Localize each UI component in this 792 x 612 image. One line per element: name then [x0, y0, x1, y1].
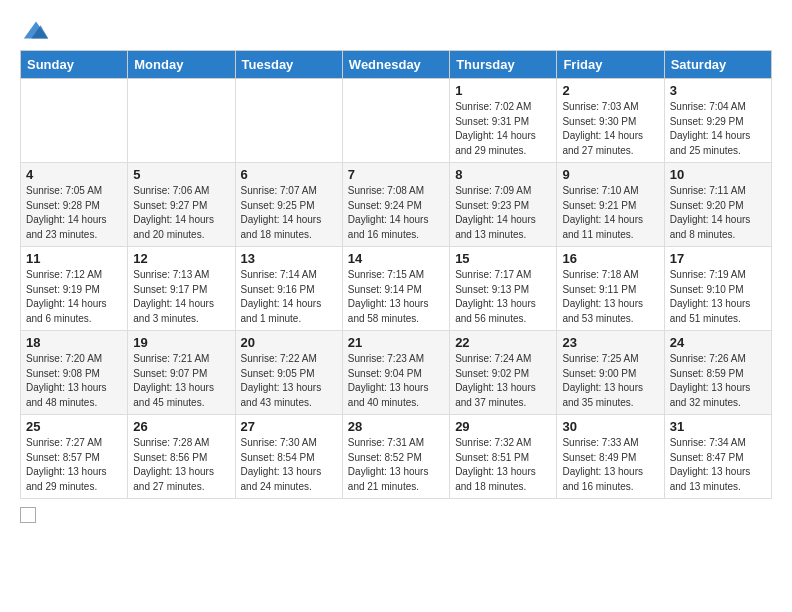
- calendar-cell: 26Sunrise: 7:28 AMSunset: 8:56 PMDayligh…: [128, 415, 235, 499]
- weekday-header-friday: Friday: [557, 51, 664, 79]
- day-number: 25: [26, 419, 122, 434]
- day-info: Sunrise: 7:07 AMSunset: 9:25 PMDaylight:…: [241, 184, 337, 242]
- day-info: Sunrise: 7:33 AMSunset: 8:49 PMDaylight:…: [562, 436, 658, 494]
- day-info: Sunrise: 7:32 AMSunset: 8:51 PMDaylight:…: [455, 436, 551, 494]
- day-info: Sunrise: 7:15 AMSunset: 9:14 PMDaylight:…: [348, 268, 444, 326]
- logo: [20, 16, 50, 40]
- weekday-header-sunday: Sunday: [21, 51, 128, 79]
- day-info: Sunrise: 7:12 AMSunset: 9:19 PMDaylight:…: [26, 268, 122, 326]
- day-info: Sunrise: 7:31 AMSunset: 8:52 PMDaylight:…: [348, 436, 444, 494]
- calendar-week-row: 25Sunrise: 7:27 AMSunset: 8:57 PMDayligh…: [21, 415, 772, 499]
- day-info: Sunrise: 7:20 AMSunset: 9:08 PMDaylight:…: [26, 352, 122, 410]
- calendar-cell: 5Sunrise: 7:06 AMSunset: 9:27 PMDaylight…: [128, 163, 235, 247]
- day-number: 20: [241, 335, 337, 350]
- page: SundayMondayTuesdayWednesdayThursdayFrid…: [0, 0, 792, 535]
- calendar-cell: 28Sunrise: 7:31 AMSunset: 8:52 PMDayligh…: [342, 415, 449, 499]
- day-number: 3: [670, 83, 766, 98]
- day-number: 10: [670, 167, 766, 182]
- day-number: 7: [348, 167, 444, 182]
- calendar-cell: 29Sunrise: 7:32 AMSunset: 8:51 PMDayligh…: [450, 415, 557, 499]
- day-info: Sunrise: 7:17 AMSunset: 9:13 PMDaylight:…: [455, 268, 551, 326]
- day-info: Sunrise: 7:05 AMSunset: 9:28 PMDaylight:…: [26, 184, 122, 242]
- calendar-week-row: 1Sunrise: 7:02 AMSunset: 9:31 PMDaylight…: [21, 79, 772, 163]
- day-number: 27: [241, 419, 337, 434]
- day-number: 26: [133, 419, 229, 434]
- calendar-cell: 15Sunrise: 7:17 AMSunset: 9:13 PMDayligh…: [450, 247, 557, 331]
- calendar-cell: 13Sunrise: 7:14 AMSunset: 9:16 PMDayligh…: [235, 247, 342, 331]
- calendar-cell: 4Sunrise: 7:05 AMSunset: 9:28 PMDaylight…: [21, 163, 128, 247]
- weekday-header-row: SundayMondayTuesdayWednesdayThursdayFrid…: [21, 51, 772, 79]
- day-number: 1: [455, 83, 551, 98]
- calendar-cell: 21Sunrise: 7:23 AMSunset: 9:04 PMDayligh…: [342, 331, 449, 415]
- logo-text-block: [20, 16, 50, 40]
- calendar-cell: 3Sunrise: 7:04 AMSunset: 9:29 PMDaylight…: [664, 79, 771, 163]
- daylight-icon: [20, 507, 36, 523]
- calendar-cell: 19Sunrise: 7:21 AMSunset: 9:07 PMDayligh…: [128, 331, 235, 415]
- calendar-week-row: 4Sunrise: 7:05 AMSunset: 9:28 PMDaylight…: [21, 163, 772, 247]
- calendar-cell: 27Sunrise: 7:30 AMSunset: 8:54 PMDayligh…: [235, 415, 342, 499]
- day-number: 18: [26, 335, 122, 350]
- day-number: 12: [133, 251, 229, 266]
- day-number: 5: [133, 167, 229, 182]
- day-number: 23: [562, 335, 658, 350]
- day-info: Sunrise: 7:25 AMSunset: 9:00 PMDaylight:…: [562, 352, 658, 410]
- day-info: Sunrise: 7:02 AMSunset: 9:31 PMDaylight:…: [455, 100, 551, 158]
- calendar-cell: 31Sunrise: 7:34 AMSunset: 8:47 PMDayligh…: [664, 415, 771, 499]
- calendar-table: SundayMondayTuesdayWednesdayThursdayFrid…: [20, 50, 772, 499]
- header: [20, 16, 772, 40]
- weekday-header-thursday: Thursday: [450, 51, 557, 79]
- day-number: 4: [26, 167, 122, 182]
- day-number: 17: [670, 251, 766, 266]
- day-info: Sunrise: 7:10 AMSunset: 9:21 PMDaylight:…: [562, 184, 658, 242]
- calendar-cell: [128, 79, 235, 163]
- day-number: 9: [562, 167, 658, 182]
- calendar-cell: 12Sunrise: 7:13 AMSunset: 9:17 PMDayligh…: [128, 247, 235, 331]
- day-info: Sunrise: 7:23 AMSunset: 9:04 PMDaylight:…: [348, 352, 444, 410]
- day-info: Sunrise: 7:04 AMSunset: 9:29 PMDaylight:…: [670, 100, 766, 158]
- calendar-cell: 16Sunrise: 7:18 AMSunset: 9:11 PMDayligh…: [557, 247, 664, 331]
- day-info: Sunrise: 7:26 AMSunset: 8:59 PMDaylight:…: [670, 352, 766, 410]
- calendar-cell: 22Sunrise: 7:24 AMSunset: 9:02 PMDayligh…: [450, 331, 557, 415]
- calendar-cell: 23Sunrise: 7:25 AMSunset: 9:00 PMDayligh…: [557, 331, 664, 415]
- weekday-header-tuesday: Tuesday: [235, 51, 342, 79]
- calendar-cell: 18Sunrise: 7:20 AMSunset: 9:08 PMDayligh…: [21, 331, 128, 415]
- day-info: Sunrise: 7:11 AMSunset: 9:20 PMDaylight:…: [670, 184, 766, 242]
- day-info: Sunrise: 7:19 AMSunset: 9:10 PMDaylight:…: [670, 268, 766, 326]
- day-number: 24: [670, 335, 766, 350]
- day-number: 28: [348, 419, 444, 434]
- calendar-cell: 20Sunrise: 7:22 AMSunset: 9:05 PMDayligh…: [235, 331, 342, 415]
- weekday-header-wednesday: Wednesday: [342, 51, 449, 79]
- day-number: 30: [562, 419, 658, 434]
- calendar-cell: [21, 79, 128, 163]
- day-number: 2: [562, 83, 658, 98]
- day-info: Sunrise: 7:03 AMSunset: 9:30 PMDaylight:…: [562, 100, 658, 158]
- day-info: Sunrise: 7:14 AMSunset: 9:16 PMDaylight:…: [241, 268, 337, 326]
- day-number: 15: [455, 251, 551, 266]
- day-info: Sunrise: 7:27 AMSunset: 8:57 PMDaylight:…: [26, 436, 122, 494]
- weekday-header-saturday: Saturday: [664, 51, 771, 79]
- day-number: 16: [562, 251, 658, 266]
- day-info: Sunrise: 7:09 AMSunset: 9:23 PMDaylight:…: [455, 184, 551, 242]
- calendar-cell: [235, 79, 342, 163]
- calendar-cell: 14Sunrise: 7:15 AMSunset: 9:14 PMDayligh…: [342, 247, 449, 331]
- day-info: Sunrise: 7:22 AMSunset: 9:05 PMDaylight:…: [241, 352, 337, 410]
- day-info: Sunrise: 7:30 AMSunset: 8:54 PMDaylight:…: [241, 436, 337, 494]
- day-number: 29: [455, 419, 551, 434]
- calendar-cell: 6Sunrise: 7:07 AMSunset: 9:25 PMDaylight…: [235, 163, 342, 247]
- calendar-cell: 24Sunrise: 7:26 AMSunset: 8:59 PMDayligh…: [664, 331, 771, 415]
- calendar-cell: 17Sunrise: 7:19 AMSunset: 9:10 PMDayligh…: [664, 247, 771, 331]
- day-info: Sunrise: 7:06 AMSunset: 9:27 PMDaylight:…: [133, 184, 229, 242]
- day-number: 14: [348, 251, 444, 266]
- day-info: Sunrise: 7:34 AMSunset: 8:47 PMDaylight:…: [670, 436, 766, 494]
- day-number: 19: [133, 335, 229, 350]
- calendar-cell: 8Sunrise: 7:09 AMSunset: 9:23 PMDaylight…: [450, 163, 557, 247]
- calendar-cell: 7Sunrise: 7:08 AMSunset: 9:24 PMDaylight…: [342, 163, 449, 247]
- calendar-cell: 30Sunrise: 7:33 AMSunset: 8:49 PMDayligh…: [557, 415, 664, 499]
- day-number: 11: [26, 251, 122, 266]
- day-number: 13: [241, 251, 337, 266]
- calendar-week-row: 11Sunrise: 7:12 AMSunset: 9:19 PMDayligh…: [21, 247, 772, 331]
- day-number: 21: [348, 335, 444, 350]
- calendar-cell: 9Sunrise: 7:10 AMSunset: 9:21 PMDaylight…: [557, 163, 664, 247]
- day-info: Sunrise: 7:08 AMSunset: 9:24 PMDaylight:…: [348, 184, 444, 242]
- calendar-cell: 2Sunrise: 7:03 AMSunset: 9:30 PMDaylight…: [557, 79, 664, 163]
